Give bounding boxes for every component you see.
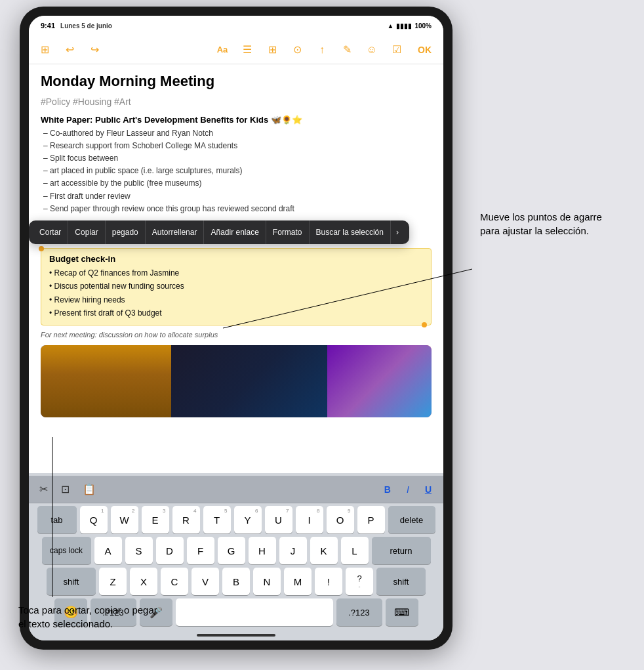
table-icon[interactable]: ⊞ — [263, 41, 281, 59]
key-J[interactable]: J — [279, 537, 307, 564]
context-cut[interactable]: Cortar — [33, 220, 68, 244]
checklist-icon[interactable]: ☑ — [388, 41, 406, 59]
keyboard-toolbar: ✂ ⊡ 📋 B I U — [29, 476, 443, 503]
note-italic: For next meeting: discussion on how to a… — [41, 331, 432, 339]
font-icon[interactable]: Aa — [213, 41, 231, 59]
shift-key-left[interactable]: shift — [47, 568, 96, 595]
status-date: Lunes 5 de junio — [60, 22, 112, 30]
tab-key[interactable]: tab — [37, 506, 77, 534]
note-title: Monday Morning Meeting — [41, 72, 432, 91]
battery-icon: ▮▮▮▮ — [396, 22, 412, 30]
key-quest[interactable]: ?- — [346, 568, 373, 595]
ipad-frame: 9:41 Lunes 5 de junio ▲ ▮▮▮▮ 100% ⊞ ↩ ↪ — [20, 7, 453, 650]
bullet-3: – Split focus between — [41, 152, 432, 165]
white-paper-title: White Paper: Public Art's Development Be… — [41, 115, 432, 125]
bullet-7: – Send paper through review once this gr… — [41, 203, 432, 215]
delete-key[interactable]: delete — [388, 506, 435, 534]
sidebar-icon[interactable]: ⊞ — [35, 41, 54, 59]
toolbar: ⊞ ↩ ↪ Aa ☰ ⊞ ⊙ ↑ ✎ ☺ ☑ OK — [29, 35, 443, 64]
key-S[interactable]: S — [125, 537, 153, 564]
selection-handle-start[interactable] — [39, 246, 44, 251]
space-bar[interactable] — [176, 598, 333, 626]
underline-button[interactable]: U — [421, 482, 435, 497]
ok-button[interactable]: OK — [413, 42, 437, 58]
key-A[interactable]: A — [94, 537, 122, 564]
key-G[interactable]: G — [218, 537, 245, 564]
share-icon[interactable]: ↑ — [313, 41, 331, 59]
key-Y[interactable]: 6Y — [234, 506, 262, 534]
bullet-6: – First draft under review — [41, 190, 432, 203]
key-P[interactable]: P — [357, 506, 385, 534]
status-time: 9:41 — [41, 22, 55, 30]
key-C[interactable]: C — [161, 568, 188, 595]
context-menu: Cortar Copiar pegado Autorrellenar Añadi… — [29, 220, 409, 244]
key-O[interactable]: 9O — [327, 506, 354, 534]
note-image — [41, 345, 432, 417]
selected-block-title: Budget check-in — [49, 254, 423, 264]
emoji-icon[interactable]: ☺ — [363, 41, 381, 59]
key-excl[interactable]: ! — [315, 568, 342, 595]
context-link[interactable]: Añadir enlace — [204, 220, 266, 244]
context-more[interactable]: › — [391, 228, 404, 237]
status-icons: ▲ ▮▮▮▮ 100% — [388, 22, 432, 30]
key-V[interactable]: V — [191, 568, 219, 595]
copy-icon[interactable]: ⊡ — [58, 480, 72, 498]
kb-row-1: caps lock A S D F G H J K L return — [31, 537, 441, 564]
key-F[interactable]: F — [187, 537, 214, 564]
key-Q[interactable]: 1Q — [80, 506, 108, 534]
selected-item-1: • Recap of Q2 finances from Jasmine — [49, 266, 423, 280]
bullet-4: – art placed in public space (i.e. large… — [41, 165, 432, 177]
italic-button[interactable]: I — [403, 482, 413, 497]
keyboard-key[interactable]: ⌨ — [386, 598, 418, 626]
paste-icon[interactable]: 📋 — [80, 480, 98, 498]
key-D[interactable]: D — [156, 537, 184, 564]
image-seg-3 — [327, 345, 432, 417]
context-copy[interactable]: Copiar — [68, 220, 105, 244]
key-M[interactable]: M — [284, 568, 312, 595]
key-U[interactable]: 7U — [265, 506, 292, 534]
key-R[interactable]: 4R — [172, 506, 200, 534]
key-I[interactable]: 8I — [296, 506, 323, 534]
caps-lock-key[interactable]: caps lock — [42, 537, 91, 564]
key-L[interactable]: L — [341, 537, 369, 564]
markup-icon[interactable]: ✎ — [338, 41, 356, 59]
selection-handle-end[interactable] — [422, 322, 427, 327]
camera-icon[interactable]: ⊙ — [288, 41, 306, 59]
key-Z[interactable]: Z — [99, 568, 127, 595]
selected-item-2: • Discus potential new funding sources — [49, 280, 423, 293]
battery-label: 100% — [414, 22, 432, 30]
annotation-bottom: Toca para cortar, copiar o pegar el text… — [18, 603, 163, 631]
undo-icon[interactable]: ↩ — [60, 41, 79, 59]
context-format[interactable]: Formato — [266, 220, 310, 244]
annotation-right-text: Mueve los puntos de agarre para ajustar … — [480, 211, 602, 236]
key-W[interactable]: 2W — [111, 506, 138, 534]
scene: 9:41 Lunes 5 de junio ▲ ▮▮▮▮ 100% ⊞ ↩ ↪ — [0, 0, 644, 670]
image-seg-2 — [171, 345, 327, 417]
shift-key-right[interactable]: shift — [376, 568, 426, 595]
status-bar: 9:41 Lunes 5 de junio ▲ ▮▮▮▮ 100% — [29, 16, 443, 35]
ipad-screen: 9:41 Lunes 5 de junio ▲ ▮▮▮▮ 100% ⊞ ↩ ↪ — [29, 16, 443, 640]
bold-button[interactable]: B — [380, 482, 395, 497]
context-search[interactable]: Buscar la selección — [310, 220, 391, 244]
context-autofill[interactable]: Autorrellenar — [146, 220, 205, 244]
cut-icon[interactable]: ✂ — [37, 480, 50, 498]
bullet-2: – Research support from Schoberl College… — [41, 140, 432, 152]
key-K[interactable]: K — [310, 537, 338, 564]
annotation-right: Mueve los puntos de agarre para ajustar … — [480, 210, 624, 238]
kb-row-0: tab 1Q 2W 3E 4R 5T 6Y 7U 8I 9O P delete — [31, 506, 441, 534]
num-key-right[interactable]: .?123 — [336, 598, 382, 626]
return-key[interactable]: return — [372, 537, 431, 564]
image-seg-1 — [41, 345, 171, 417]
list-icon[interactable]: ☰ — [238, 41, 256, 59]
selected-item-4: • Present first draft of Q3 budget — [49, 306, 423, 320]
key-T[interactable]: 5T — [203, 506, 231, 534]
key-E[interactable]: 3E — [142, 506, 169, 534]
key-H[interactable]: H — [249, 537, 276, 564]
note-tags: #Policy #Housing #Art — [41, 96, 432, 107]
context-paste[interactable]: pegado — [106, 220, 146, 244]
redo-icon[interactable]: ↪ — [85, 41, 104, 59]
key-N[interactable]: N — [253, 568, 281, 595]
note-scroll-area: Monday Morning Meeting #Policy #Housing … — [29, 64, 443, 473]
key-X[interactable]: X — [130, 568, 157, 595]
key-B[interactable]: B — [222, 568, 250, 595]
